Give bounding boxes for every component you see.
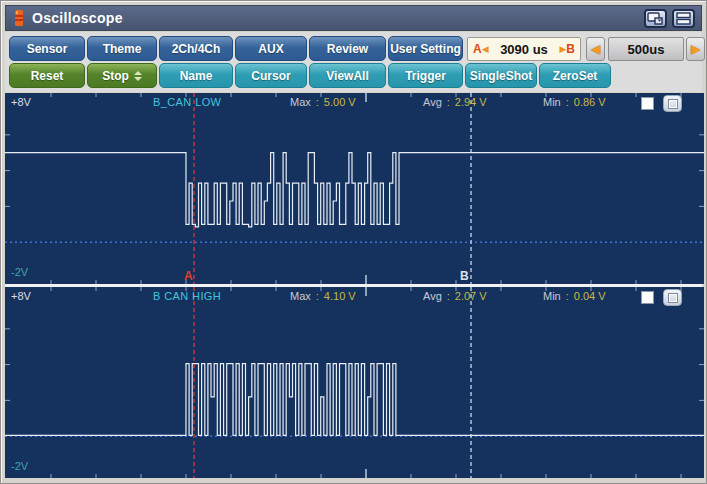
square-icon [669,100,677,108]
viewall-button-label: ViewAll [326,69,368,83]
ch2-visibility-toggle[interactable] [641,291,654,304]
avg-label: Avg [423,96,442,108]
ch1-avg-readout: Avg : 2.94 V [423,96,487,108]
timebase-decrease-button[interactable]: ◀ [586,37,605,61]
ch1-bottom-voltage-label: -2V [11,266,28,278]
oscilloscope-window: Oscilloscope Sensor Theme 2Ch/4Ch [0,0,707,484]
max-colon: : [316,290,319,302]
channel-mode-button[interactable]: 2Ch/4Ch [159,36,233,61]
right-arrow-icon: ▶ [691,42,700,56]
ch1-top-voltage-label: +8V [11,96,31,108]
min-colon: : [566,96,569,108]
singleshot-button-label: SingleShot [470,69,533,83]
square-icon [669,294,677,302]
avg-label: Avg [423,290,442,302]
capture-window-button[interactable] [644,9,667,28]
ch2-bottom-voltage-label: -2V [11,460,28,472]
name-button-label: Name [180,69,213,83]
ch2-top-voltage-label: +8V [11,290,31,302]
zeroset-button-label: ZeroSet [553,69,598,83]
theme-button-label: Theme [103,42,142,56]
capture-window-icon [647,12,664,25]
theme-button[interactable]: Theme [87,36,157,61]
window-title: Oscilloscope [32,10,123,26]
name-button[interactable]: Name [159,63,233,88]
scope-screen: +8V B_CAN LOW Max : 5.00 V Avg : 2.94 V … [5,93,702,478]
waveform-svg [5,93,704,284]
timebase-display: 500us [608,37,684,61]
review-button-label: Review [327,42,368,56]
toolbar-row-2: Reset Stop Name Cursor ViewAll Trigger S… [9,63,611,88]
max-colon: : [316,96,319,108]
min-colon: : [566,290,569,302]
ch1-options-button[interactable] [663,95,682,112]
cursor-a-arrow-icon: ◀ [482,44,489,54]
stop-button[interactable]: Stop [87,63,157,88]
avg-colon: : [447,96,450,108]
left-arrow-icon: ◀ [591,42,600,56]
channel-2-panel[interactable]: +8V B CAN HIGH Max : 4.10 V Avg : 2.07 V… [5,287,704,478]
channel-mode-button-label: 2Ch/4Ch [172,42,221,56]
app-icon [14,10,24,26]
cursor-a-indicator: A [473,42,482,56]
cursor-a-label[interactable]: A [184,269,193,283]
max-label: Max [290,290,311,302]
max-value: 4.10 V [324,290,356,302]
zeroset-button[interactable]: ZeroSet [539,63,611,88]
cursor-b-label[interactable]: B [460,269,469,283]
cursor-b-indicator: B [566,42,575,56]
ch1-visibility-toggle[interactable] [641,97,654,110]
viewall-button[interactable]: ViewAll [309,63,386,88]
ch2-min-readout: Min : 0.04 V [543,290,606,302]
review-button[interactable]: Review [309,36,386,61]
ch2-channel-name: B CAN HIGH [153,290,221,302]
min-value: 0.04 V [574,290,606,302]
cursor-delta-value: 3090 us [489,42,560,57]
reset-button-label: Reset [31,69,64,83]
tile-windows-button[interactable] [672,9,695,28]
channel-1-panel[interactable]: +8V B_CAN LOW Max : 5.00 V Avg : 2.94 V … [5,93,704,284]
trigger-button-label: Trigger [405,69,446,83]
cursor-b-arrow-icon: ▶ [559,44,566,54]
user-setting-button-label: User Setting [390,42,461,56]
sensor-button-label: Sensor [27,42,68,56]
cursor-button[interactable]: Cursor [235,63,307,88]
aux-button-label: AUX [258,42,283,56]
min-label: Min [543,290,561,302]
ch2-options-button[interactable] [663,289,682,306]
aux-button[interactable]: AUX [235,36,307,61]
waveform-svg [5,287,704,478]
max-value: 5.00 V [324,96,356,108]
min-value: 0.86 V [574,96,606,108]
toolbar-row-1: Sensor Theme 2Ch/4Ch AUX Review User Set… [9,36,463,61]
avg-colon: : [447,290,450,302]
run-stop-spinner-icon [134,71,142,81]
timebase-value: 500us [628,42,665,57]
toolbar: Sensor Theme 2Ch/4Ch AUX Review User Set… [5,32,702,92]
avg-value: 2.94 V [455,96,487,108]
sensor-button[interactable]: Sensor [9,36,85,61]
cursor-button-label: Cursor [251,69,290,83]
avg-value: 2.07 V [455,290,487,302]
min-label: Min [543,96,561,108]
reset-button[interactable]: Reset [9,63,85,88]
singleshot-button[interactable]: SingleShot [465,63,537,88]
ch2-avg-readout: Avg : 2.07 V [423,290,487,302]
ch1-max-readout: Max : 5.00 V [290,96,356,108]
max-label: Max [290,96,311,108]
ch1-min-readout: Min : 0.86 V [543,96,606,108]
title-bar: Oscilloscope [5,5,702,31]
stop-button-label: Stop [102,69,129,83]
tile-windows-icon [676,12,691,25]
timebase-increase-button[interactable]: ▶ [686,37,705,61]
user-setting-button[interactable]: User Setting [388,36,463,61]
cursor-ab-readout: A ◀ 3090 us ▶ B [467,37,581,61]
ch1-channel-name: B_CAN LOW [153,96,221,108]
ch2-max-readout: Max : 4.10 V [290,290,356,302]
trigger-button[interactable]: Trigger [388,63,463,88]
